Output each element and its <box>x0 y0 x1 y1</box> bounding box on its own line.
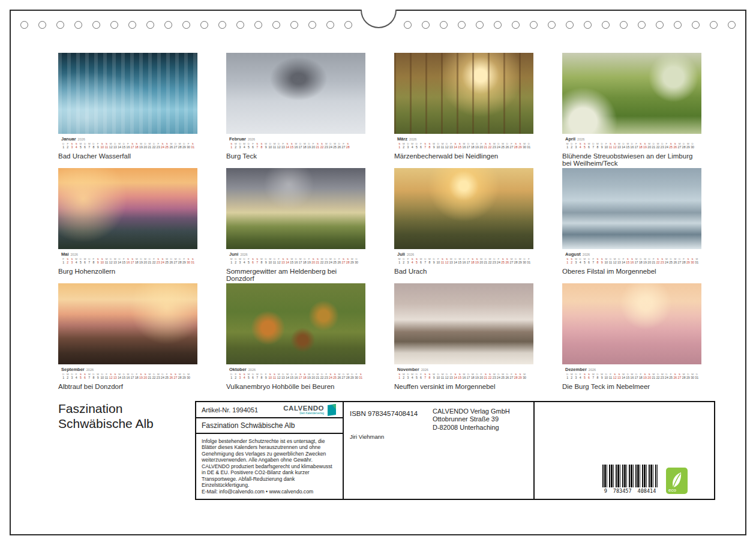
mini-calendar-day: M27 <box>173 257 178 264</box>
month-year: 2026 <box>421 368 428 372</box>
photo-caption: Bad Urach <box>394 268 533 275</box>
mini-calendar-day: D23 <box>660 142 664 149</box>
mini-calendar-day: D17 <box>634 373 638 379</box>
mini-calendar-day: D10 <box>604 373 608 379</box>
mini-calendar-day: M6 <box>419 257 423 264</box>
mini-calendar-day: D24 <box>496 142 500 149</box>
mini-calendar-days: M1D2F3S4S5M6D7M8D9F10S11S12M13D14M15D16F… <box>394 257 533 264</box>
mini-calendar-day: S1 <box>565 257 569 264</box>
month-year: 2026 <box>248 137 255 141</box>
binding-hole <box>110 21 118 29</box>
mini-calendar-day: S25 <box>333 373 337 379</box>
mini-calendar-day: S31 <box>359 373 363 379</box>
mini-calendar-day: M9 <box>432 142 436 149</box>
mini-calendar-day: S4 <box>410 257 415 264</box>
mini-calendar-day: S3 <box>238 373 242 379</box>
mini-calendar-day: S18 <box>638 142 643 149</box>
mini-calendar-day: S21 <box>316 142 320 149</box>
article-number: Artikel-Nr. 1994051 <box>202 406 258 414</box>
mini-calendar-day: F9 <box>96 142 100 149</box>
mini-calendar-day: F23 <box>324 373 328 379</box>
mini-calendar-day: D31 <box>527 142 531 149</box>
photo-caption: Burg Hohenzollern <box>58 268 197 275</box>
binding-hole <box>458 21 466 29</box>
mini-calendar-day: S22 <box>488 373 492 379</box>
mini-calendar-day: S29 <box>686 257 690 264</box>
imprint-box: Artikel-Nr. 1994051 CALVENDO Dein Kalend… <box>195 401 715 500</box>
binding-hole <box>422 21 430 29</box>
mini-calendar-day: S15 <box>458 373 462 379</box>
mini-calendar-day: D12 <box>445 373 449 379</box>
mini-calendar-day: F30 <box>354 373 358 379</box>
month-name: September <box>61 367 85 372</box>
mini-calendar-day: M7 <box>255 373 259 379</box>
mini-calendar-day: S7 <box>423 142 427 149</box>
mini-calendar-day: D23 <box>324 257 328 264</box>
mini-calendar-day: F26 <box>337 257 341 264</box>
mini-calendar-day: M23 <box>660 373 664 379</box>
month-photo <box>226 283 365 364</box>
legal-text-2: CALVENDO produziert bedarfsgerecht und k… <box>202 463 337 489</box>
month-name: Januar <box>61 136 76 142</box>
mini-calendar-day: D4 <box>578 257 583 264</box>
mini-calendar-day: S14 <box>285 257 289 264</box>
mini-calendar-day: D19 <box>139 257 143 264</box>
mini-calendar-day: D29 <box>182 142 186 149</box>
mini-calendar-day: M28 <box>178 373 182 379</box>
month-photo <box>58 168 197 249</box>
mini-calendar-day: M28 <box>178 142 182 149</box>
mini-calendar-day: S27 <box>173 373 178 379</box>
mini-calendar-day: S3 <box>70 142 74 149</box>
mini-calendar-day: M29 <box>518 257 522 264</box>
mini-calendar-day: F13 <box>281 142 285 149</box>
mini-calendar-day: S12 <box>613 373 617 379</box>
mini-calendar-day: D19 <box>475 373 479 379</box>
calendar-title-line1: Faszination <box>58 402 154 417</box>
mini-calendar-day: F27 <box>341 142 346 149</box>
mini-calendar-day: D29 <box>182 373 186 379</box>
mini-calendar-day: D20 <box>143 142 148 149</box>
mini-calendar-header: Oktober 2026 <box>226 367 365 372</box>
mini-calendar-day: S21 <box>484 373 488 379</box>
month-card: April 2026 M1D2F3S4S5M6D7M8D9F10S11S12M1… <box>562 53 701 168</box>
mini-calendar-day: F17 <box>466 257 470 264</box>
mini-calendar-day: D15 <box>122 373 126 379</box>
mini-calendar-day: S5 <box>583 373 587 379</box>
mini-calendar-day: M25 <box>501 142 505 149</box>
mini-calendar-day: S1 <box>229 142 233 149</box>
barcode-digit-lead: 9 <box>604 488 607 494</box>
mini-calendar-day: F13 <box>449 142 453 149</box>
mini-calendar-day: M16 <box>462 142 466 149</box>
mini-calendar-day: D31 <box>695 373 699 379</box>
mini-calendar-day: S20 <box>311 257 316 264</box>
mini-calendar-day: D23 <box>492 257 496 264</box>
mini-calendar-day: F23 <box>156 142 160 149</box>
mini-calendar-day: S2 <box>569 257 574 264</box>
mini-calendar-day: S8 <box>259 142 263 149</box>
mini-calendar-days: D1F2S3S4M5D6M7D8F9S10S11M12D13M14D15F16S… <box>58 142 197 149</box>
photo-caption: Vulkanembryo Hohbölle bei Beuren <box>226 383 365 390</box>
mini-calendar-day: S15 <box>626 257 630 264</box>
mini-calendar-header: Mai 2026 <box>58 251 197 257</box>
mini-calendar-day: D27 <box>677 257 682 264</box>
imprint-left-column: Artikel-Nr. 1994051 CALVENDO Dein Kalend… <box>196 402 344 499</box>
barcode-digit-group2: 408414 <box>638 488 656 494</box>
mini-calendar-day: S9 <box>600 257 604 264</box>
mini-calendar-day: M15 <box>290 257 294 264</box>
mini-calendar-day: F20 <box>479 142 484 149</box>
month-photo <box>394 168 533 249</box>
mini-calendar-day: S31 <box>191 142 195 149</box>
mini-calendar-header: März 2026 <box>394 136 533 142</box>
publisher-city: D-82008 Unterhaching <box>433 424 510 432</box>
mini-calendar-day: F18 <box>134 373 139 379</box>
calendar-title: Faszination Schwäbische Alb <box>58 402 154 432</box>
mini-calendar-days: S1M2D3M4D5F6S7S8M9D10M11D12F13S14S15M16D… <box>394 373 533 379</box>
mini-calendar-day: S21 <box>316 257 320 264</box>
month-photo <box>58 283 197 364</box>
mini-calendar-day: D3 <box>574 373 578 379</box>
mini-calendar-day: D11 <box>272 257 277 264</box>
mini-calendar-day: M13 <box>617 142 621 149</box>
mini-calendar-day: S24 <box>160 257 164 264</box>
binding-holes-right <box>404 21 736 29</box>
mini-calendar-day: S5 <box>79 373 83 379</box>
